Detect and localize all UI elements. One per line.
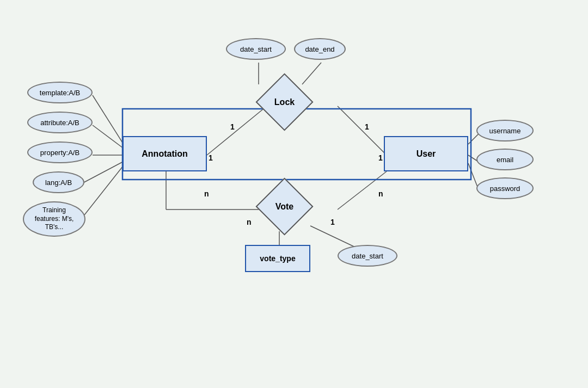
- svg-line-10: [93, 125, 125, 150]
- svg-line-9: [93, 95, 125, 147]
- cardinality-vote-mid-n: n: [247, 218, 252, 226]
- entity-annotation: Annotation: [122, 136, 207, 171]
- svg-line-3: [338, 106, 387, 155]
- cardinality-lock-user-top: 1: [365, 122, 369, 131]
- attr-date-end-lock: date_end: [294, 38, 346, 60]
- attr-date-start-lock: date_start: [226, 38, 286, 60]
- svg-line-8: [310, 226, 354, 247]
- attr-username: username: [476, 120, 534, 141]
- attr-date-start-vote: date_start: [338, 245, 397, 267]
- diagram-container: Annotation User Lock Vote date_start dat…: [0, 0, 588, 388]
- svg-line-12: [79, 161, 125, 185]
- cardinality-vote-mid-1: 1: [330, 218, 335, 226]
- relationship-lock: Lock: [248, 81, 321, 124]
- cardinality-vote-user: n: [378, 189, 383, 198]
- attr-attribute: attribute:A/B: [27, 112, 93, 133]
- cardinality-lock-user-side: 1: [378, 153, 383, 162]
- attr-email: email: [476, 149, 534, 170]
- attr-training: Trainingfeatures: M's,TB's...: [23, 201, 85, 237]
- attr-password: password: [476, 177, 534, 199]
- cardinality-vote-ann: n: [204, 189, 209, 198]
- relationship-vote: Vote: [248, 185, 321, 229]
- attr-vote-type: vote_type: [245, 245, 310, 272]
- attr-template: template:A/B: [27, 82, 93, 103]
- cardinality-lock-ann-top: 1: [230, 122, 235, 131]
- entity-user: User: [384, 136, 468, 171]
- svg-line-14: [468, 133, 479, 144]
- attr-property: property:A/B: [27, 141, 93, 163]
- cardinality-lock-ann-side: 1: [209, 153, 213, 162]
- attr-lang: lang:A/B: [33, 171, 84, 193]
